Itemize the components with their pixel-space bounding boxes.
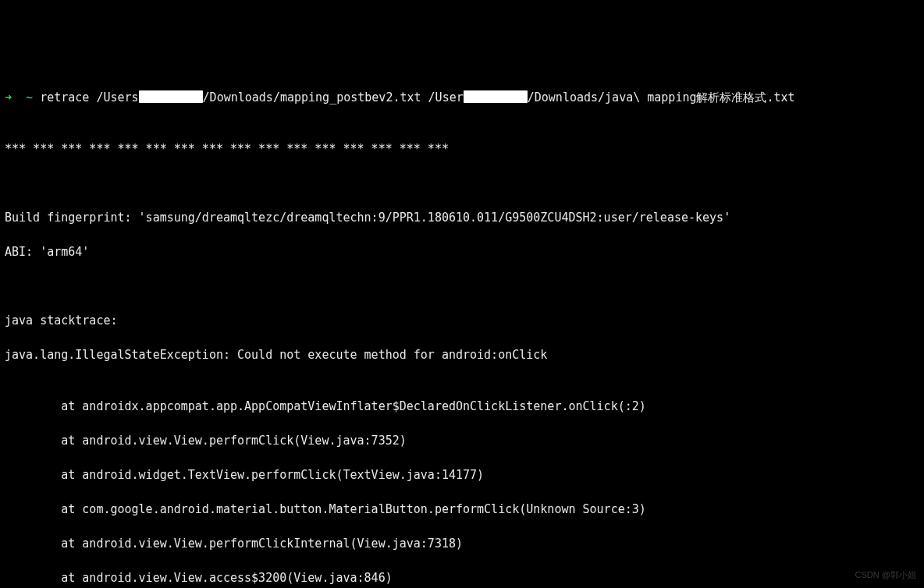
redacted-path-2 [464,90,528,103]
blank-line [5,175,919,192]
separator-top: *** *** *** *** *** *** *** *** *** *** … [5,140,919,158]
stack-frame: at com.google.android.material.button.Ma… [5,501,919,518]
command-text: retrace /Users /Downloads/mapping_postbe… [40,90,794,104]
stacktrace-header: java stacktrace: [5,312,919,329]
abi-line: ABI: 'arm64' [5,243,919,260]
prompt-arrow: ➜ [5,90,12,104]
stack-frame: at androidx.appcompat.app.AppCompatViewI… [5,398,919,415]
stack-frame: at android.view.View.access$3200(View.ja… [5,569,919,586]
stack-frame: at android.widget.TextView.performClick(… [5,466,919,484]
stack-frame: at android.view.View.performClickInterna… [5,535,919,552]
build-fingerprint: Build fingerprint: 'samsung/dreamqltezc/… [5,209,919,226]
stack-frame: at android.view.View.performClick(View.j… [5,432,919,449]
redacted-path-1 [139,90,203,103]
blank-line [5,278,919,295]
exception-line: java.lang.IllegalStateException: Could n… [5,346,919,363]
prompt-tilde: ~ [26,90,33,104]
prompt-line[interactable]: ➜ ~ retrace /Users /Downloads/mapping_po… [5,89,919,106]
